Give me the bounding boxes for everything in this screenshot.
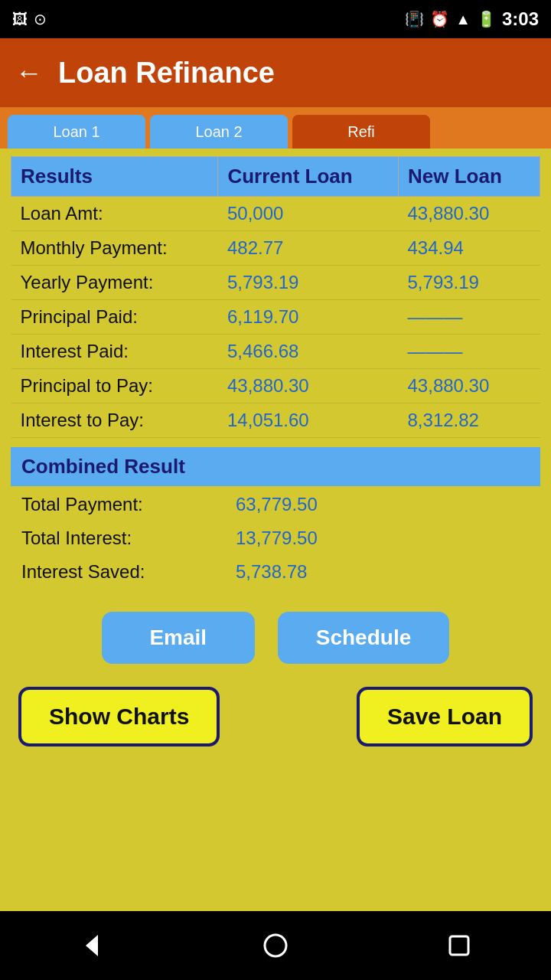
results-table: Results Current Loan New Loan Loan Amt: … <box>11 156 540 438</box>
row-principal-topay-new: 43,880.30 <box>399 369 540 403</box>
home-nav-button[interactable] <box>253 923 298 969</box>
row-yearly-new: 5,793.19 <box>399 266 540 300</box>
table-row: Principal Paid: 6,119.70 ——— <box>11 300 540 335</box>
photo-icon: 🖼 <box>12 11 28 28</box>
status-bar: 🖼 ⊙ 📳 ⏰ ▲ 🔋 3:03 <box>0 0 551 38</box>
signal-icon: ▲ <box>455 11 471 28</box>
tab-loan2[interactable]: Loan 2 <box>150 115 288 149</box>
combined-result-header: Combined Result <box>11 447 540 486</box>
total-payment-value: 63,779.50 <box>236 494 318 515</box>
table-row: Interest to Pay: 14,051.60 8,312.82 <box>11 403 540 438</box>
row-yearly-current: 5,793.19 <box>218 266 399 300</box>
table-row: Monthly Payment: 482.77 434.94 <box>11 231 540 266</box>
bottom-nav-bar <box>0 911 551 980</box>
table-row: Yearly Payment: 5,793.19 5,793.19 <box>11 266 540 300</box>
schedule-button[interactable]: Schedule <box>278 612 449 664</box>
row-interest-paid-label: Interest Paid: <box>11 335 218 369</box>
tabs-bar: Loan 1 Loan 2 Refi <box>0 107 551 149</box>
status-time: 3:03 <box>502 8 539 30</box>
row-monthly-label: Monthly Payment: <box>11 231 218 266</box>
total-interest-value: 13,779.50 <box>236 528 318 549</box>
col-new-loan: New Loan <box>399 157 540 197</box>
tab-refi[interactable]: Refi <box>292 115 430 149</box>
row-interest-paid-current: 5,466.68 <box>218 335 399 369</box>
row-principal-topay-current: 43,880.30 <box>218 369 399 403</box>
row-principal-paid-label: Principal Paid: <box>11 300 218 335</box>
show-charts-button[interactable]: Show Charts <box>18 687 220 746</box>
table-row: Principal to Pay: 43,880.30 43,880.30 <box>11 369 540 403</box>
row-interest-topay-label: Interest to Pay: <box>11 403 218 438</box>
back-nav-button[interactable] <box>69 923 115 969</box>
row-interest-paid-new: ——— <box>399 335 540 369</box>
row-yearly-label: Yearly Payment: <box>11 266 218 300</box>
vibrate-icon: 📳 <box>405 10 424 28</box>
combined-row: Interest Saved: 5,738.78 <box>11 555 540 589</box>
row-loan-amt-label: Loan Amt: <box>11 197 218 231</box>
save-loan-button[interactable]: Save Loan <box>357 687 533 746</box>
status-right-icons: 📳 ⏰ ▲ 🔋 3:03 <box>405 8 539 30</box>
recents-nav-button[interactable] <box>436 923 482 969</box>
battery-icon: 🔋 <box>477 10 496 28</box>
row-interest-topay-current: 14,051.60 <box>218 403 399 438</box>
svg-point-1 <box>265 935 286 956</box>
row-loan-amt-current: 50,000 <box>218 197 399 231</box>
interest-saved-label: Interest Saved: <box>21 561 236 583</box>
action-buttons-row: Email Schedule <box>11 612 540 664</box>
total-payment-label: Total Payment: <box>21 494 236 515</box>
row-principal-topay-label: Principal to Pay: <box>11 369 218 403</box>
row-loan-amt-new: 43,880.30 <box>399 197 540 231</box>
row-monthly-new: 434.94 <box>399 231 540 266</box>
secondary-buttons-row: Show Charts Save Loan <box>11 687 540 746</box>
col-current-loan: Current Loan <box>218 157 399 197</box>
table-row: Interest Paid: 5,466.68 ——— <box>11 335 540 369</box>
row-monthly-current: 482.77 <box>218 231 399 266</box>
table-header-row: Results Current Loan New Loan <box>11 157 540 197</box>
email-button[interactable]: Email <box>102 612 255 664</box>
total-interest-label: Total Interest: <box>21 528 236 549</box>
svg-rect-2 <box>450 936 468 955</box>
interest-saved-value: 5,738.78 <box>236 561 307 583</box>
back-button[interactable]: ← <box>15 59 43 87</box>
circle-icon: ⊙ <box>34 10 47 28</box>
tab-loan1[interactable]: Loan 1 <box>8 115 145 149</box>
svg-marker-0 <box>86 935 98 956</box>
row-interest-topay-new: 8,312.82 <box>399 403 540 438</box>
combined-row: Total Interest: 13,779.50 <box>11 521 540 555</box>
table-row: Loan Amt: 50,000 43,880.30 <box>11 197 540 231</box>
row-principal-paid-current: 6,119.70 <box>218 300 399 335</box>
alarm-icon: ⏰ <box>430 10 449 28</box>
combined-row: Total Payment: 63,779.50 <box>11 488 540 521</box>
col-results: Results <box>11 157 218 197</box>
status-left-icons: 🖼 ⊙ <box>12 10 47 28</box>
app-header: ← Loan Refinance <box>0 38 551 107</box>
page-title: Loan Refinance <box>58 57 275 90</box>
main-content: Results Current Loan New Loan Loan Amt: … <box>0 149 551 911</box>
row-principal-paid-new: ——— <box>399 300 540 335</box>
